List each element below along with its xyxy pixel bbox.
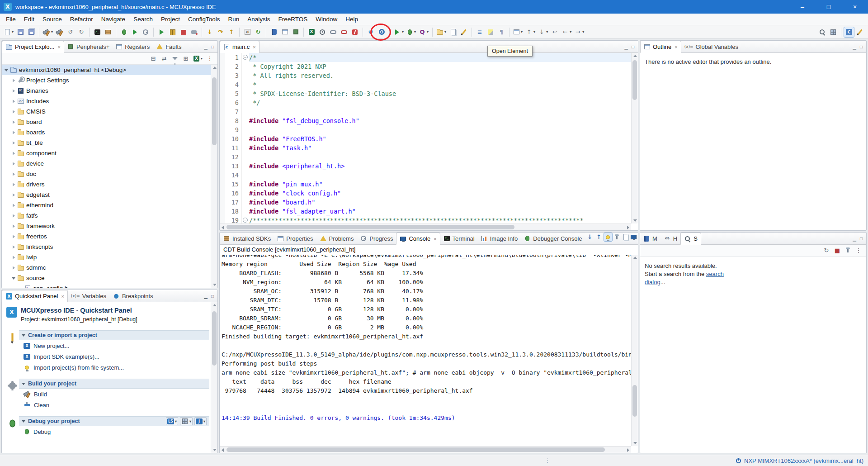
menu-search[interactable]: Search — [129, 14, 157, 24]
menu-run[interactable]: Run — [224, 14, 244, 24]
annotations-button[interactable]: ▾ — [512, 27, 524, 38]
fold-collapse-icon[interactable]: − — [243, 55, 248, 60]
display-selected-console-button[interactable]: ▾ — [631, 233, 638, 242]
show-console-on-output-button[interactable] — [604, 233, 613, 242]
menu-project[interactable]: Project — [157, 14, 184, 24]
console-body[interactable]: arm-none-eabi-gcc -nostdlib -L C:\worksp… — [220, 255, 638, 453]
project-tree[interactable]: evkmimxrt1060_peripheral_ht <Debug>Proje… — [2, 65, 217, 288]
scroll-left-arrow-icon[interactable] — [220, 224, 226, 230]
tab-problems[interactable]: Problems — [316, 233, 357, 244]
chevron-collapsed-icon[interactable] — [11, 202, 17, 209]
last-edit-location-button[interactable]: ↩ — [549, 27, 560, 38]
tree-item-project-settings[interactable]: Project Settings — [2, 75, 217, 86]
detach-probe-button[interactable] — [339, 27, 349, 38]
chevron-collapsed-icon[interactable] — [11, 129, 17, 136]
save-button[interactable] — [15, 27, 26, 38]
chevron-collapsed-icon[interactable] — [11, 213, 17, 219]
import-sdk-button[interactable] — [103, 27, 113, 38]
terminate-button[interactable] — [178, 27, 189, 38]
pin-console-button[interactable] — [613, 233, 622, 242]
chevron-collapsed-icon[interactable] — [11, 254, 17, 261]
mark-occurrences-button[interactable] — [485, 27, 496, 38]
menu-source[interactable]: Source — [38, 14, 66, 24]
restart-button[interactable]: ↻ — [253, 27, 264, 38]
scroll-up-arrow-icon[interactable] — [632, 53, 638, 59]
suspend-button[interactable] — [167, 27, 178, 38]
open-terminal-button[interactable]: >_ — [92, 27, 103, 38]
console-hscroll-thumb[interactable] — [226, 447, 605, 452]
tab-s[interactable]: S — [680, 233, 701, 245]
tree-item-boards[interactable]: boards — [2, 127, 217, 138]
save-all-button[interactable] — [26, 27, 37, 38]
tab-quickstart-panel[interactable]: XQuickstart Panel× — [2, 290, 68, 302]
editor-horizontal-scrollbar[interactable] — [220, 223, 631, 230]
console-scroll-thumb[interactable] — [632, 385, 637, 417]
chevron-collapsed-icon[interactable] — [11, 77, 17, 84]
window-maximize-button[interactable]: □ — [816, 0, 842, 14]
tab-debugger-console[interactable]: Debugger Console — [521, 233, 585, 244]
profile-button[interactable] — [140, 27, 151, 38]
develop-perspective-button[interactable] — [854, 27, 865, 38]
close-tab-icon[interactable]: × — [675, 44, 677, 50]
probes-button[interactable]: ▾ — [180, 417, 193, 425]
tree-item-app-config-h[interactable]: happ_config.h — [2, 283, 217, 288]
tree-item-lwip[interactable]: lwip — [2, 252, 217, 262]
search-maximize-button[interactable]: □ — [860, 236, 863, 241]
tab-faults[interactable]: Faults — [153, 41, 184, 52]
new-button[interactable]: ▾ — [3, 27, 15, 38]
debug-action[interactable]: Debug — [19, 426, 209, 437]
run-search-again-button[interactable]: ↻ — [821, 246, 831, 255]
tree-item-board[interactable]: board — [2, 117, 217, 127]
refresh-button[interactable]: ↺ — [365, 27, 376, 38]
scroll-up-arrow-icon[interactable] — [211, 302, 217, 308]
linkserver-button[interactable]: LS▾ — [166, 417, 178, 425]
tab-breakpoints[interactable]: ●Breakpoints — [109, 290, 156, 302]
open-perspective-button[interactable] — [828, 27, 839, 38]
tab-outline[interactable]: Outline× — [640, 41, 681, 53]
tree-item-linkscripts[interactable]: linkscripts — [2, 242, 217, 252]
tab-peripherals[interactable]: Peripherals+ — [64, 41, 113, 52]
close-tab-icon[interactable]: × — [57, 44, 60, 50]
tree-item-sdmmc[interactable]: sdmmc — [2, 262, 217, 273]
terminate-search-button[interactable]: ■ — [832, 246, 842, 255]
back-button[interactable]: ←▾ — [560, 27, 573, 38]
expand-all-button[interactable]: ⊞ — [181, 54, 191, 63]
outline-maximize-button[interactable]: □ — [860, 44, 863, 49]
debug-button[interactable] — [118, 27, 129, 38]
redo-button[interactable]: ↻ — [76, 27, 87, 38]
profiling-clock-button[interactable] — [317, 27, 328, 38]
tab-console[interactable]: Console× — [396, 233, 440, 245]
menu-navigate[interactable]: Navigate — [97, 14, 129, 24]
window-minimize-button[interactable]: – — [789, 0, 816, 14]
scroll-down-arrow-icon[interactable] — [211, 447, 217, 453]
tab-installed-sdks[interactable]: Installed SDKs — [220, 233, 274, 244]
window-close-button[interactable]: × — [842, 0, 868, 14]
build-button[interactable]: ▾ — [42, 27, 54, 38]
debug-history-button[interactable]: ▾ — [405, 27, 417, 38]
previous-annotation-button[interactable]: ↑▾ — [524, 27, 537, 38]
chevron-collapsed-icon[interactable] — [11, 98, 17, 105]
close-tab-icon[interactable]: × — [434, 236, 436, 242]
chevron-collapsed-icon[interactable] — [11, 265, 17, 271]
chevron-collapsed-icon[interactable] — [11, 109, 17, 115]
run-button[interactable] — [129, 27, 140, 38]
tree-item-component[interactable]: component — [2, 148, 217, 158]
explorer-maximize-button[interactable]: □ — [211, 44, 214, 49]
explorer-minimize-button[interactable]: ▁ — [204, 44, 208, 49]
console-vertical-scrollbar[interactable] — [631, 255, 638, 446]
edit-button[interactable] — [458, 27, 469, 38]
fold-collapse-icon[interactable]: − — [243, 218, 248, 223]
editor-vertical-scrollbar[interactable] — [631, 53, 638, 223]
explorer-scroll-thumb[interactable] — [212, 77, 217, 145]
pin-search-view-button[interactable] — [843, 246, 853, 255]
chevron-collapsed-icon[interactable] — [11, 88, 17, 94]
scroll-up-arrow-icon[interactable] — [211, 65, 217, 71]
open-element-button[interactable] — [376, 27, 387, 38]
build-action[interactable]: Build — [19, 389, 209, 399]
tree-item-source[interactable]: source — [2, 273, 217, 283]
scroll-down-arrow-icon[interactable] — [632, 440, 638, 446]
scroll-left-arrow-icon[interactable] — [220, 447, 226, 453]
new-project-action[interactable]: XNew project... — [19, 340, 209, 351]
chevron-collapsed-icon[interactable] — [11, 150, 17, 157]
tree-root-project[interactable]: evkmimxrt1060_peripheral_ht <Debug> — [2, 65, 217, 75]
